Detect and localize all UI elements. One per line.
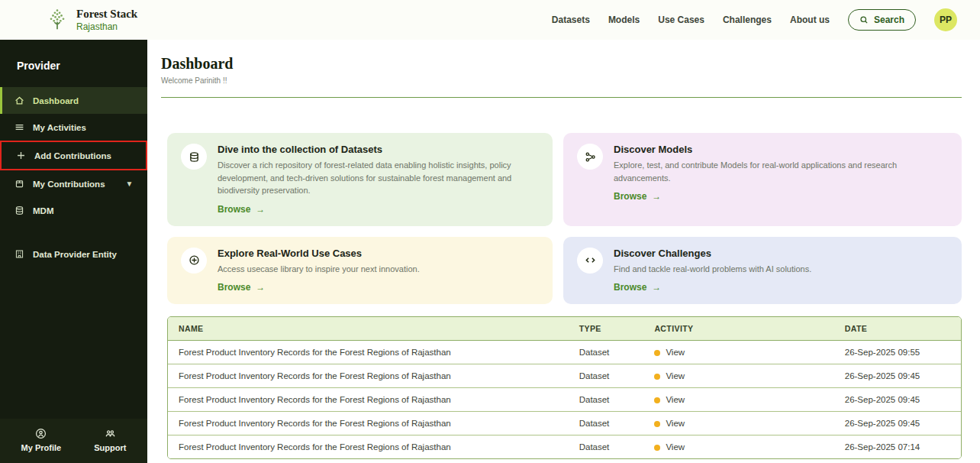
support-icon xyxy=(105,428,116,439)
view-label: View xyxy=(666,419,685,428)
card-use-cases: Explore Real-World Use Cases Access usec… xyxy=(167,237,553,305)
activity-table: NAME TYPE ACTIVITY DATE Forest Product I… xyxy=(167,316,962,459)
sidebar-item-label: My Activities xyxy=(33,123,86,132)
cell-activity-view[interactable]: View xyxy=(643,364,833,388)
card-title: Discover Models xyxy=(614,144,934,155)
card-description: Explore, test, and contribute Models for… xyxy=(614,159,934,184)
cell-type: Dataset xyxy=(569,435,644,459)
column-header-date: DATE xyxy=(834,317,961,341)
cell-activity-view[interactable]: View xyxy=(643,341,833,364)
top-header: Forest Stack Rajasthan Datasets Models U… xyxy=(0,0,980,40)
nav-link-models[interactable]: Models xyxy=(608,15,640,25)
sidebar-footer: My Profile Support xyxy=(0,419,147,463)
brand-subtitle: Rajasthan xyxy=(76,21,137,33)
sidebar-item-label: Add Contributions xyxy=(34,151,111,160)
cell-name: Forest Product Inventory Records for the… xyxy=(168,364,569,388)
arrow-right-icon: → xyxy=(652,282,661,293)
tree-logo-icon xyxy=(46,8,69,32)
cell-activity-view[interactable]: View xyxy=(643,388,833,412)
database-icon xyxy=(14,206,24,215)
cell-name: Forest Product Inventory Records for the… xyxy=(168,388,569,412)
column-header-activity: ACTIVITY xyxy=(643,317,833,341)
sidebar-item-dashboard[interactable]: Dashboard xyxy=(0,87,147,114)
activity-dot xyxy=(654,421,660,427)
card-description: Find and tackle real-world problems with… xyxy=(614,263,811,276)
plus-circle-icon xyxy=(181,248,207,274)
cell-type: Dataset xyxy=(569,341,644,364)
branch-icon xyxy=(577,144,603,170)
sidebar-item-add-contributions[interactable]: Add Contributions xyxy=(0,141,147,170)
card-title: Dive into the collection of Datasets xyxy=(218,144,538,155)
brand[interactable]: Forest Stack Rajasthan xyxy=(46,7,137,33)
sidebar-item-data-provider-entity[interactable]: Data Provider Entity xyxy=(0,241,147,267)
search-button[interactable]: Search xyxy=(848,9,916,31)
welcome-text: Welcome Parinith !! xyxy=(161,76,962,85)
sidebar-item-my-activities[interactable]: My Activities xyxy=(0,114,147,141)
view-label: View xyxy=(666,395,685,404)
cell-date: 26-Sep-2025 09:45 xyxy=(834,388,961,412)
table-row: Forest Product Inventory Records for the… xyxy=(168,341,961,364)
activity-dot xyxy=(654,445,660,451)
browse-label: Browse xyxy=(614,191,646,202)
sidebar-item-label: My Contributions xyxy=(33,180,105,189)
main-content: Dashboard Welcome Parinith !! Dive into … xyxy=(147,40,980,463)
card-description: Discover a rich repository of forest-rel… xyxy=(218,159,538,197)
card-title: Explore Real-World Use Cases xyxy=(218,248,420,259)
nav-link-about-us[interactable]: About us xyxy=(790,15,830,25)
view-label: View xyxy=(666,442,685,452)
person-icon xyxy=(35,428,47,439)
card-models: Discover Models Explore, test, and contr… xyxy=(563,133,962,226)
support-button[interactable]: Support xyxy=(94,428,126,452)
building-icon xyxy=(14,249,24,259)
my-profile-button[interactable]: My Profile xyxy=(21,428,62,452)
card-description: Access usecase library to inspire your n… xyxy=(218,263,420,276)
database-icon xyxy=(181,144,207,170)
plus-icon xyxy=(15,151,26,160)
sidebar-item-label: Dashboard xyxy=(33,96,79,105)
arrow-right-icon: → xyxy=(256,204,265,215)
search-label: Search xyxy=(874,15,904,25)
sidebar-item-mdm[interactable]: MDM xyxy=(0,197,147,224)
browse-challenges-link[interactable]: Browse → xyxy=(614,282,661,293)
cell-activity-view[interactable]: View xyxy=(643,435,833,459)
table-row: Forest Product Inventory Records for the… xyxy=(168,435,961,459)
nav-link-challenges[interactable]: Challenges xyxy=(723,15,772,25)
support-label: Support xyxy=(94,443,126,452)
box-icon xyxy=(14,179,24,189)
table-row: Forest Product Inventory Records for the… xyxy=(168,364,961,388)
divider xyxy=(161,97,962,98)
nav-link-datasets[interactable]: Datasets xyxy=(552,15,590,25)
cell-date: 26-Sep-2025 09:45 xyxy=(834,412,961,435)
column-header-type: TYPE xyxy=(569,317,644,341)
arrow-right-icon: → xyxy=(256,282,265,293)
cell-activity-view[interactable]: View xyxy=(643,412,833,435)
cell-type: Dataset xyxy=(569,412,644,435)
sidebar-section-title: Provider xyxy=(0,40,147,87)
arrow-right-icon: → xyxy=(652,191,661,202)
activity-dot xyxy=(654,397,660,403)
column-header-name: NAME xyxy=(168,317,569,341)
browse-label: Browse xyxy=(218,204,250,215)
cell-date: 26-Sep-2025 09:55 xyxy=(834,341,961,364)
card-datasets: Dive into the collection of Datasets Dis… xyxy=(167,133,553,226)
sidebar-item-label: MDM xyxy=(33,206,53,215)
avatar[interactable]: PP xyxy=(934,8,957,31)
chevron-down-icon: ▼ xyxy=(126,180,134,188)
cell-name: Forest Product Inventory Records for the… xyxy=(168,341,569,364)
cell-name: Forest Product Inventory Records for the… xyxy=(168,412,569,435)
sidebar-item-my-contributions[interactable]: My Contributions ▼ xyxy=(0,170,147,197)
activity-dot xyxy=(654,350,660,356)
view-label: View xyxy=(666,348,685,357)
view-label: View xyxy=(666,371,685,380)
browse-label: Browse xyxy=(614,282,646,293)
browse-use-cases-link[interactable]: Browse → xyxy=(218,282,265,293)
browse-models-link[interactable]: Browse → xyxy=(614,191,661,202)
card-challenges: Discover Challenges Find and tackle real… xyxy=(563,237,962,305)
search-icon xyxy=(859,15,869,24)
cell-date: 26-Sep-2025 09:45 xyxy=(834,364,961,388)
nav-link-use-cases[interactable]: Use Cases xyxy=(658,15,704,25)
menu-lines-icon xyxy=(14,122,24,132)
browse-datasets-link[interactable]: Browse → xyxy=(218,204,265,215)
cell-type: Dataset xyxy=(569,364,644,388)
page-title: Dashboard xyxy=(161,55,962,73)
